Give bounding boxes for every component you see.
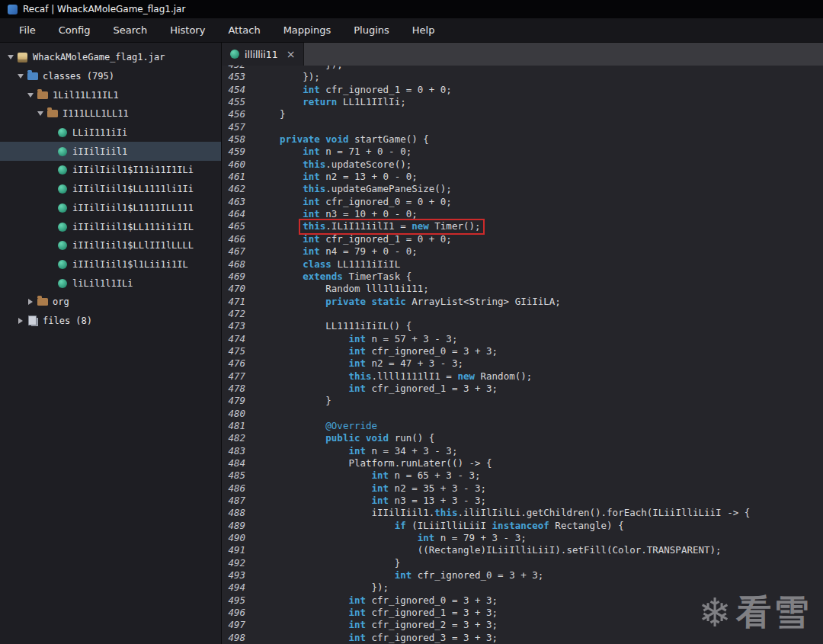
tree-item[interactable]: iIIilIiil1$I11i11I1ILi	[0, 161, 221, 180]
line-number: 472	[222, 308, 257, 320]
menu-item-config[interactable]: Config	[47, 19, 102, 41]
code-line[interactable]: 475 int cfr_ignored_0 = 3 + 3;	[222, 345, 823, 357]
line-number: 493	[222, 569, 257, 582]
code-line[interactable]: 498 int cfr_ignored_3 = 3 + 3;	[222, 632, 823, 644]
code-line[interactable]: 478 int cfr_ignored_1 = 3 + 3;	[222, 383, 823, 395]
code-editor[interactable]: 452 });453 });454 int cfr_ignored_1 = 0 …	[222, 66, 823, 644]
code-line[interactable]: 468 class LL1111iIiIL	[222, 258, 823, 271]
tree-item[interactable]: WhackAMoleGame_flag1.jar	[0, 48, 221, 67]
menu-item-file[interactable]: File	[8, 19, 47, 41]
code-line[interactable]: 470 Random lll1l1i111;	[222, 283, 823, 295]
code-line[interactable]: 452 });	[222, 66, 823, 71]
code-line[interactable]: 497 int cfr_ignored_2 = 3 + 3;	[222, 619, 823, 631]
menu-item-history[interactable]: History	[159, 19, 216, 41]
tree-item-label: iIIilIiil1$LLlII1lLLLL	[72, 240, 194, 251]
code-line[interactable]: 456 }	[222, 108, 823, 120]
code-line[interactable]: 487 int n3 = 13 + 3 - 3;	[222, 495, 823, 507]
code-line[interactable]: 481 @Override	[222, 420, 823, 432]
line-number: 479	[222, 395, 257, 407]
window-title: Recaf | WhackAMoleGame_flag1.jar	[23, 4, 185, 14]
tree-item[interactable]: iIIilIiil1$l1Lii1i1IL	[0, 255, 221, 274]
code-line[interactable]: 493 int cfr_ignored_0 = 3 + 3;	[222, 569, 823, 582]
code-line[interactable]: 490 int n = 79 + 3 - 3;	[222, 532, 823, 544]
code-line[interactable]: 479 }	[222, 395, 823, 407]
expander-down-icon[interactable]	[14, 74, 26, 78]
code-line[interactable]: 472	[222, 308, 823, 320]
tab-label: illillii11	[245, 49, 278, 60]
jar-icon	[16, 53, 29, 62]
tree-item[interactable]: classes (795)	[0, 67, 221, 86]
code-line[interactable]: 491 ((Rectangle)ILiiIlliLiiI).setFill(Co…	[222, 544, 823, 556]
code-line[interactable]: 455 return LL1L1IIlIi;	[222, 96, 823, 108]
tree-item-label: classes (795)	[43, 71, 114, 82]
code-line[interactable]: 467 int n4 = 79 + 0 - 0;	[222, 245, 823, 258]
tabbar: illillii11×	[222, 43, 823, 66]
tree-item[interactable]: org	[0, 293, 221, 312]
code-line[interactable]: 488 iIIilIiil1.this.iliIlIilLi.getChildr…	[222, 507, 823, 519]
line-number: 455	[222, 96, 257, 108]
expander-down-icon[interactable]	[5, 55, 16, 59]
code-line[interactable]: 485 int n = 65 + 3 - 3;	[222, 469, 823, 482]
line-number: 483	[222, 445, 257, 457]
code-line[interactable]: 469 extends TimerTask {	[222, 271, 823, 283]
code-line[interactable]: 477 this.llll1111lI1 = new Random();	[222, 370, 823, 383]
code-line[interactable]: 458 private void startGame() {	[222, 133, 823, 146]
code-line[interactable]: 495 int cfr_ignored_0 = 3 + 3;	[222, 594, 823, 607]
editor-tab[interactable]: illillii11×	[222, 43, 304, 66]
expander-right-icon[interactable]	[24, 299, 36, 305]
tree-item[interactable]: iIIilIiil1$LL111i1i1IL	[0, 217, 221, 236]
editor-pane: illillii11× 452 });453 });454 int cfr_ig…	[222, 43, 823, 644]
code-line[interactable]: 462 this.updateGamePaneSize();	[222, 183, 823, 195]
code-line[interactable]: 484 Platform.runLater(() -> {	[222, 457, 823, 469]
code-line[interactable]: 492 }	[222, 557, 823, 569]
tree-item[interactable]: iIIilIiil1$L1111ILL111	[0, 199, 221, 218]
line-number: 484	[222, 457, 257, 469]
menu-item-help[interactable]: Help	[401, 19, 447, 41]
code-line[interactable]: 483 int n = 34 + 3 - 3;	[222, 445, 823, 457]
code-line[interactable]: 454 int cfr_ignored_1 = 0 + 0;	[222, 84, 823, 96]
code-line[interactable]: 465 this.ILiI11iilI1 = new Timer();	[222, 220, 823, 232]
code-line[interactable]: 473 LL1111iIiIL() {	[222, 320, 823, 332]
code-line[interactable]: 482 public void run() {	[222, 432, 823, 444]
expander-down-icon[interactable]	[24, 93, 36, 98]
code-line[interactable]: 480	[222, 408, 823, 420]
highlight-box: this.ILiI11iilI1 = new Timer();	[303, 220, 480, 232]
menu-item-search[interactable]: Search	[101, 19, 159, 41]
menu-item-mappings[interactable]: Mappings	[272, 19, 343, 41]
tree-item[interactable]: liLil1l1ILi	[0, 274, 221, 293]
line-number: 496	[222, 607, 257, 619]
tree-item[interactable]: files (8)	[0, 312, 221, 331]
tree-item[interactable]: LLiI111iIi	[0, 123, 221, 143]
line-number: 482	[222, 432, 257, 444]
code-line[interactable]: 476 int n2 = 47 + 3 - 3;	[222, 357, 823, 370]
code-line[interactable]: 489 if (ILiiIlliLiiI instanceof Rectangl…	[222, 520, 823, 532]
tree-item[interactable]: iIIilIiil1	[0, 142, 221, 161]
expander-down-icon[interactable]	[34, 111, 46, 116]
code-line[interactable]: 457	[222, 121, 823, 133]
tree-item[interactable]: iIIilIiil1$LL1111li1Ii	[0, 180, 221, 199]
expander-right-icon[interactable]	[14, 318, 26, 324]
line-number: 497	[222, 619, 257, 631]
code-line[interactable]: 494 });	[222, 582, 823, 594]
class-icon	[56, 223, 69, 232]
code-line[interactable]: 461 int n2 = 13 + 0 - 0;	[222, 171, 823, 183]
code-line[interactable]: 460 this.updateScore();	[222, 159, 823, 171]
code-line[interactable]: 453 });	[222, 71, 823, 83]
menu-item-attach[interactable]: Attach	[216, 19, 271, 41]
tree-item[interactable]: I111LLL1LL11	[0, 104, 221, 123]
tab-close-icon[interactable]: ×	[287, 48, 296, 60]
code-line[interactable]: 496 int cfr_ignored_1 = 3 + 3;	[222, 607, 823, 619]
line-number: 486	[222, 482, 257, 495]
code-line[interactable]: 474 int n = 57 + 3 - 3;	[222, 333, 823, 345]
code-line[interactable]: 486 int n2 = 35 + 3 - 3;	[222, 482, 823, 495]
class-icon	[230, 50, 239, 59]
code-line[interactable]: 463 int cfr_ignored_0 = 0 + 0;	[222, 196, 823, 208]
code-line[interactable]: 466 int cfr_ignored_1 = 0 + 0;	[222, 233, 823, 245]
code-line[interactable]: 471 private static ArrayList<String> GIi…	[222, 296, 823, 308]
menu-item-plugins[interactable]: Plugins	[342, 19, 401, 41]
line-number: 494	[222, 582, 257, 594]
tree-item[interactable]: 1Lil11L11IL1	[0, 85, 221, 104]
code-line[interactable]: 459 int n = 71 + 0 - 0;	[222, 146, 823, 158]
tree-item[interactable]: iIIilIiil1$LLlII1lLLLL	[0, 236, 221, 255]
code-line[interactable]: 464 int n3 = 10 + 0 - 0;	[222, 208, 823, 220]
